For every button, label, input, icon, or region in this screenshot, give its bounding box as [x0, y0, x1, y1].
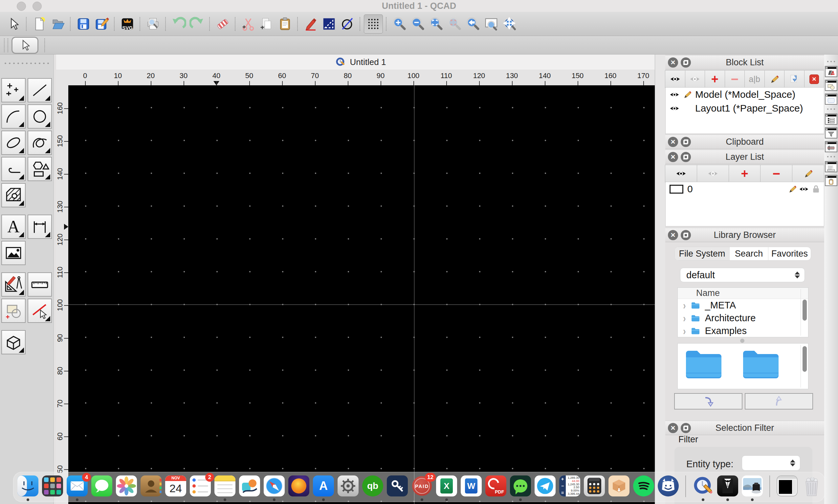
expand-chevron-icon[interactable]: › [683, 311, 686, 325]
block-row-layout1[interactable]: Layout1 (*Paper_Space) [666, 102, 824, 115]
folder-thumbnail[interactable] [684, 349, 724, 380]
visibility-icon[interactable] [669, 105, 679, 112]
splitter-handle[interactable] [740, 339, 745, 343]
eraser-button[interactable] [213, 15, 232, 33]
edit-block-button[interactable] [765, 70, 785, 88]
toolbar-handle[interactable] [4, 38, 8, 52]
dock-launchpad[interactable] [42, 475, 63, 497]
edit-layer-button[interactable] [792, 165, 824, 182]
dock-appstore[interactable]: A [313, 475, 334, 497]
dock-spotify[interactable] [633, 475, 654, 497]
hatch-tools-button[interactable] [1, 183, 25, 208]
modify-tools-button[interactable] [28, 299, 52, 323]
tab-file-system[interactable]: File System [675, 247, 730, 260]
drawing-canvas[interactable] [68, 85, 655, 504]
command-line-toggle[interactable] [825, 161, 837, 172]
dock-chat-app[interactable] [510, 475, 531, 497]
float-panel-icon[interactable] [681, 152, 691, 162]
strip-handle[interactable] [826, 61, 836, 62]
library-descend-button[interactable] [674, 393, 743, 410]
selection-info-toggle[interactable] [825, 80, 837, 91]
dock-calendar[interactable]: NOV24 [165, 475, 186, 497]
dock-word[interactable]: W [461, 475, 482, 497]
float-panel-icon[interactable] [681, 423, 691, 433]
selection-filter-toggle[interactable] [825, 127, 837, 139]
close-panel-icon[interactable]: ✕ [668, 57, 678, 68]
add-layer-button[interactable]: + [729, 165, 761, 182]
float-panel-icon[interactable] [681, 230, 691, 240]
tree-column-name[interactable]: Name [678, 288, 808, 299]
float-panel-icon[interactable] [681, 137, 691, 147]
document-tab[interactable]: Untitled 1 [350, 57, 386, 67]
rename-block-button[interactable]: a|b [745, 70, 765, 88]
block-tools-button[interactable] [1, 299, 25, 323]
tree-row-architecture[interactable]: › Architecture [678, 312, 808, 325]
dock-passwords[interactable] [387, 475, 408, 497]
window-zoom-button[interactable] [482, 15, 501, 33]
visibility-icon[interactable] [799, 186, 809, 193]
dock-friendly[interactable] [658, 475, 679, 497]
expand-chevron-icon[interactable]: › [683, 324, 686, 337]
grid-toggle-button[interactable] [364, 15, 383, 34]
close-panel-icon[interactable]: ✕ [668, 152, 678, 162]
dimension-tools-button[interactable] [28, 215, 52, 239]
solid-tools-button[interactable] [1, 330, 25, 354]
scrollbar-thumb[interactable] [803, 300, 807, 321]
entity-type-select[interactable] [742, 455, 800, 470]
float-panel-icon[interactable] [681, 57, 691, 68]
block-row-model[interactable]: Model (*Model_Space) [666, 88, 824, 102]
new-file-button[interactable] [30, 15, 49, 33]
library-folder-tree[interactable]: Name › _META › Architecture › Examples [677, 287, 808, 337]
zoom-to-selection-button[interactable] [445, 15, 464, 33]
spline-tools-button[interactable] [28, 131, 52, 155]
library-source-select[interactable]: default [680, 268, 805, 282]
open-file-button[interactable] [49, 15, 67, 33]
save-as-button[interactable] [92, 15, 111, 33]
undo-button[interactable] [170, 15, 188, 33]
draw-from-command-line-button[interactable] [301, 15, 320, 33]
zoom-in-button[interactable] [390, 15, 408, 33]
close-panel-icon[interactable]: ✕ [668, 230, 678, 240]
dock-mail[interactable]: 4 [67, 475, 88, 497]
text-tool-button[interactable]: A [1, 215, 25, 239]
library-preview-pane[interactable] [677, 343, 808, 389]
hide-all-blocks-button[interactable] [685, 70, 705, 88]
library-browser-toggle[interactable] [825, 141, 837, 152]
previous-view-button[interactable] [464, 15, 482, 33]
dock-safari[interactable] [264, 475, 285, 497]
hide-all-layers-button[interactable] [697, 165, 729, 182]
dock-settings[interactable] [337, 475, 359, 497]
dock-pdf-expert[interactable]: PDF [485, 475, 506, 497]
cut-button[interactable] [239, 15, 258, 33]
shape-tools-button[interactable] [28, 157, 52, 181]
svg-export-button[interactable]: SVG [118, 15, 137, 33]
polyline-tools-button[interactable] [1, 157, 25, 181]
dock-deliveries[interactable] [609, 475, 629, 497]
dock-contacts[interactable] [141, 475, 161, 497]
copy-button[interactable] [258, 15, 276, 33]
save-button[interactable] [74, 15, 92, 33]
measure-tool-button[interactable] [28, 272, 52, 296]
paste-button[interactable] [276, 15, 294, 33]
close-panel-icon[interactable]: ✕ [668, 423, 678, 433]
zoom-out-button[interactable] [408, 15, 427, 33]
pan-button[interactable] [501, 15, 519, 33]
ellipse-tools-button[interactable] [1, 131, 25, 155]
auto-zoom-button[interactable] [427, 15, 445, 33]
dock-notes[interactable] [214, 475, 235, 497]
dock-finder[interactable] [17, 475, 38, 497]
tab-search[interactable]: Search [730, 247, 768, 260]
dock-reminders[interactable]: 2 [190, 475, 211, 497]
tree-row-meta[interactable]: › _META [678, 299, 808, 312]
expand-chevron-icon[interactable]: › [683, 299, 686, 312]
dock-bartender[interactable] [717, 475, 738, 497]
layer-color-swatch[interactable] [669, 185, 683, 194]
close-panel-icon[interactable]: ✕ [668, 137, 678, 147]
remove-block-button[interactable]: − [725, 70, 745, 88]
show-all-layers-button[interactable] [665, 165, 697, 182]
add-block-button[interactable]: + [705, 70, 725, 88]
dock-messages[interactable] [91, 475, 112, 497]
dock-excel[interactable]: X [436, 475, 457, 497]
dock-preview[interactable] [742, 475, 763, 497]
dock-minimized-window[interactable] [776, 475, 798, 497]
